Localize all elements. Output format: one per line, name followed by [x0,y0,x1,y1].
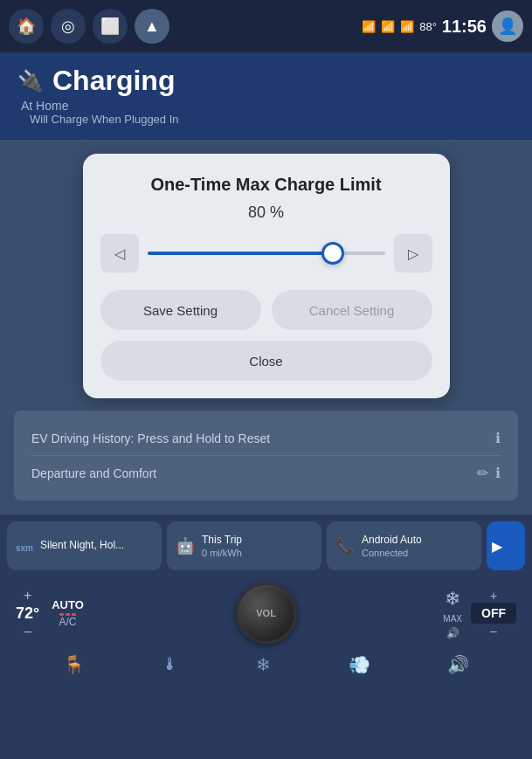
speaker-bottom-icon[interactable]: 🔊 [447,654,469,675]
ev-history-info-icon[interactable]: ℹ [495,430,501,446]
max-label: MAX [443,614,462,624]
trip-tile[interactable]: 🤖 This Trip 0 mi/kWh [167,521,321,570]
temp-value: 72° [16,604,39,623]
home-nav-button[interactable]: 🏠 [9,9,44,44]
seat-icon[interactable]: 🪑 [63,654,85,675]
sxm-tile[interactable]: sxm Silent Night, Hol... [7,521,162,570]
departure-info-icon[interactable]: ℹ [495,465,501,481]
ev-history-label: EV Driving History: Press and Hold to Re… [31,431,270,445]
signal-bars-icon: 📶 [400,20,414,33]
cancel-setting-button[interactable]: Cancel Setting [272,290,432,330]
bottom-icons-row: 🪑 🌡 ❄ 💨 🔊 [7,649,525,679]
trip-value: 0 mi/kWh [202,548,242,558]
departure-edit-icon[interactable]: ✏ [477,465,488,481]
volume-knob[interactable]: VOL [236,583,297,644]
snowflake-icon[interactable]: ❄ [256,654,271,675]
sxm-track-name: Silent Night, Hol... [40,539,124,553]
auto-label: AUTO [52,598,84,611]
ev-history-row[interactable]: EV Driving History: Press and Hold to Re… [31,421,501,456]
nav-icons: 🏠 ◎ ⬜ ▲ [9,9,169,44]
temp-minus-button[interactable]: – [24,624,31,638]
bottom-tiles: sxm Silent Night, Hol... 🤖 This Trip 0 m… [7,521,525,570]
wind-icon[interactable]: 💨 [349,654,370,675]
off-button[interactable]: OFF [471,603,516,624]
android-status: Connected [362,548,422,558]
slider-track [148,252,385,255]
climate2-icon[interactable]: 🌡 [162,654,179,675]
trip-label: This Trip [202,534,242,548]
off-minus-button[interactable]: – [490,624,497,638]
charge-status-subtitle: Will Charge When Plugged In [17,113,515,126]
temp-plus-button[interactable]: + [24,589,31,603]
temperature-display: 88° [419,20,437,33]
charging-icon: 🔌 [17,69,44,93]
fan-icon[interactable]: ❄ [445,588,460,611]
save-setting-button[interactable]: Save Setting [100,290,261,330]
off-section: + OFF – [471,589,516,638]
android-label: Android Auto [362,534,422,548]
close-button[interactable]: Close [100,341,432,381]
slider-thumb[interactable] [321,242,344,265]
climate-bar: + 72° – AUTO A/C VOL ❄ MAX 🔊 [7,577,525,649]
status-bar: 🏠 ◎ ⬜ ▲ 📶 📶 📶 88° 11:56 👤 [0,0,532,52]
departure-row[interactable]: Departure and Comfort ✏ ℹ [31,456,501,490]
location-subtitle: At Home [17,99,515,113]
android-icon: 📞 [335,536,355,555]
slider-fill [148,252,333,255]
page-title: Charging [52,65,175,97]
wifi-icon: 📶 [362,20,376,33]
ac-section[interactable]: AUTO A/C [52,598,84,628]
main-content: One-Time Max Charge Limit 80 % ◁ ▷ Save … [0,140,532,514]
user-avatar[interactable]: 👤 [492,10,523,42]
bottom-bar: sxm Silent Night, Hol... 🤖 This Trip 0 m… [0,514,532,682]
sxm-label: sxm [16,543,33,553]
charge-limit-modal: One-Time Max Charge Limit 80 % ◁ ▷ Save … [83,154,450,398]
slider-container[interactable] [148,234,385,273]
vol-knob-container: VOL [96,583,436,644]
info-section: EV Driving History: Press and Hold to Re… [14,411,518,500]
slider-row: ◁ ▷ [100,234,432,273]
temp-control: + 72° – [16,589,39,638]
nav-arrow-button[interactable]: ▲ [135,9,169,44]
modal-title: One-Time Max Charge Limit [100,175,432,195]
vol-label: VOL [256,608,276,618]
screen-nav-button[interactable]: ⬜ [93,9,128,44]
time-display: 11:56 [442,17,487,37]
charging-header: 🔌 Charging At Home Will Charge When Plug… [0,52,532,140]
slider-decrement-button[interactable]: ◁ [100,234,139,273]
modal-value: 80 % [100,204,432,222]
extra-tile[interactable]: ▶ [487,521,525,570]
signal-icon: 📶 [381,20,395,33]
speaker-icon: 🔊 [446,627,459,639]
media-nav-button[interactable]: ◎ [51,9,86,44]
status-info: 📶 📶 📶 88° 11:56 👤 [362,10,523,42]
android-tile[interactable]: 📞 Android Auto Connected [327,521,481,570]
ac-label: A/C [59,616,77,628]
slider-increment-button[interactable]: ▷ [394,234,432,273]
modal-primary-buttons: Save Setting Cancel Setting [100,290,432,330]
departure-label: Departure and Comfort [31,466,156,480]
off-plus-button[interactable]: + [490,589,497,603]
trip-icon: 🤖 [176,536,195,555]
extra-tile-icon: ▶ [492,538,502,555]
sxm-icon: sxm [16,537,33,555]
